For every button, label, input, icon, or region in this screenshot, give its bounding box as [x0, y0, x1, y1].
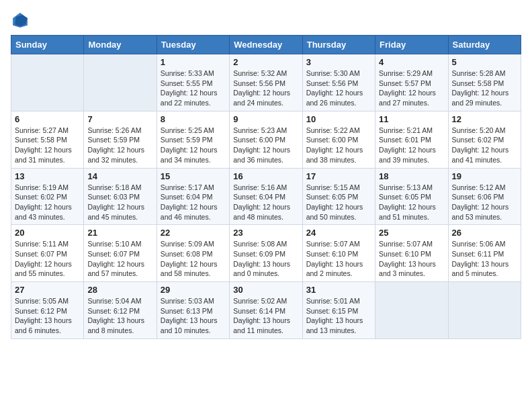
- day-number: 23: [233, 228, 298, 238]
- day-info: Sunrise: 5:27 AM Sunset: 5:58 PM Dayligh…: [15, 126, 80, 165]
- day-info: Sunrise: 5:04 AM Sunset: 6:12 PM Dayligh…: [87, 296, 152, 336]
- calendar-cell: [84, 54, 157, 111]
- day-number: 30: [233, 285, 298, 295]
- day-number: 7: [87, 114, 152, 124]
- calendar-table: SundayMondayTuesdayWednesdayThursdayFrid…: [11, 35, 521, 339]
- day-info: Sunrise: 5:10 AM Sunset: 6:07 PM Dayligh…: [87, 239, 152, 279]
- day-info: Sunrise: 5:32 AM Sunset: 5:56 PM Dayligh…: [233, 68, 298, 108]
- calendar-cell: 31Sunrise: 5:01 AM Sunset: 6:15 PM Dayli…: [302, 282, 375, 339]
- day-number: 19: [452, 171, 517, 181]
- day-info: Sunrise: 5:23 AM Sunset: 6:00 PM Dayligh…: [233, 126, 298, 165]
- day-info: Sunrise: 5:12 AM Sunset: 6:06 PM Dayligh…: [452, 183, 517, 222]
- calendar-cell: 7Sunrise: 5:26 AM Sunset: 5:59 PM Daylig…: [84, 111, 157, 168]
- calendar-cell: [375, 282, 448, 339]
- day-number: 5: [452, 57, 517, 67]
- calendar-cell: 23Sunrise: 5:08 AM Sunset: 6:09 PM Dayli…: [230, 225, 302, 282]
- day-number: 13: [15, 171, 80, 181]
- day-info: Sunrise: 5:30 AM Sunset: 5:56 PM Dayligh…: [306, 68, 371, 108]
- day-number: 24: [306, 228, 371, 238]
- calendar-cell: 19Sunrise: 5:12 AM Sunset: 6:06 PM Dayli…: [448, 168, 521, 225]
- weekday-header-tuesday: Tuesday: [157, 36, 229, 54]
- day-number: 17: [306, 171, 371, 181]
- calendar-cell: 12Sunrise: 5:20 AM Sunset: 6:02 PM Dayli…: [448, 111, 521, 168]
- day-info: Sunrise: 5:02 AM Sunset: 6:14 PM Dayligh…: [233, 296, 298, 336]
- calendar-cell: 18Sunrise: 5:13 AM Sunset: 6:05 PM Dayli…: [375, 168, 448, 225]
- calendar-cell: 2Sunrise: 5:32 AM Sunset: 5:56 PM Daylig…: [230, 54, 302, 111]
- calendar-cell: 8Sunrise: 5:25 AM Sunset: 5:59 PM Daylig…: [157, 111, 229, 168]
- day-number: 15: [161, 171, 226, 181]
- calendar-cell: 25Sunrise: 5:07 AM Sunset: 6:10 PM Dayli…: [375, 225, 448, 282]
- calendar-cell: 15Sunrise: 5:17 AM Sunset: 6:04 PM Dayli…: [157, 168, 229, 225]
- calendar-cell: 13Sunrise: 5:19 AM Sunset: 6:02 PM Dayli…: [11, 168, 84, 225]
- day-info: Sunrise: 5:33 AM Sunset: 5:55 PM Dayligh…: [161, 68, 226, 108]
- day-number: 28: [87, 285, 152, 295]
- day-number: 26: [452, 228, 517, 238]
- day-info: Sunrise: 5:09 AM Sunset: 6:08 PM Dayligh…: [161, 239, 226, 279]
- logo: [11, 11, 32, 30]
- day-number: 21: [87, 228, 152, 238]
- day-number: 1: [161, 57, 226, 67]
- calendar-cell: 30Sunrise: 5:02 AM Sunset: 6:14 PM Dayli…: [230, 282, 302, 339]
- day-number: 2: [233, 57, 298, 67]
- day-info: Sunrise: 5:07 AM Sunset: 6:10 PM Dayligh…: [306, 239, 371, 279]
- page-header: [11, 11, 521, 30]
- day-number: 20: [15, 228, 80, 238]
- weekday-header-friday: Friday: [375, 36, 448, 54]
- day-info: Sunrise: 5:21 AM Sunset: 6:01 PM Dayligh…: [379, 126, 444, 165]
- calendar-cell: 3Sunrise: 5:30 AM Sunset: 5:56 PM Daylig…: [302, 54, 375, 111]
- logo-icon: [11, 11, 30, 30]
- calendar-cell: 16Sunrise: 5:16 AM Sunset: 6:04 PM Dayli…: [230, 168, 302, 225]
- day-info: Sunrise: 5:26 AM Sunset: 5:59 PM Dayligh…: [87, 126, 152, 165]
- calendar-cell: 4Sunrise: 5:29 AM Sunset: 5:57 PM Daylig…: [375, 54, 448, 111]
- day-info: Sunrise: 5:15 AM Sunset: 6:05 PM Dayligh…: [306, 183, 371, 222]
- day-info: Sunrise: 5:01 AM Sunset: 6:15 PM Dayligh…: [306, 296, 371, 336]
- day-info: Sunrise: 5:05 AM Sunset: 6:12 PM Dayligh…: [15, 296, 80, 336]
- day-info: Sunrise: 5:11 AM Sunset: 6:07 PM Dayligh…: [15, 239, 80, 279]
- calendar-cell: 11Sunrise: 5:21 AM Sunset: 6:01 PM Dayli…: [375, 111, 448, 168]
- day-info: Sunrise: 5:03 AM Sunset: 6:13 PM Dayligh…: [161, 296, 226, 336]
- day-number: 18: [379, 171, 444, 181]
- day-info: Sunrise: 5:16 AM Sunset: 6:04 PM Dayligh…: [233, 183, 298, 222]
- day-number: 8: [161, 114, 226, 124]
- day-number: 27: [15, 285, 80, 295]
- calendar-cell: 17Sunrise: 5:15 AM Sunset: 6:05 PM Dayli…: [302, 168, 375, 225]
- weekday-header-thursday: Thursday: [302, 36, 375, 54]
- calendar-cell: 27Sunrise: 5:05 AM Sunset: 6:12 PM Dayli…: [11, 282, 84, 339]
- day-info: Sunrise: 5:20 AM Sunset: 6:02 PM Dayligh…: [452, 126, 517, 165]
- day-number: 10: [306, 114, 371, 124]
- weekday-header-wednesday: Wednesday: [230, 36, 302, 54]
- calendar-cell: 20Sunrise: 5:11 AM Sunset: 6:07 PM Dayli…: [11, 225, 84, 282]
- day-info: Sunrise: 5:18 AM Sunset: 6:03 PM Dayligh…: [87, 183, 152, 222]
- calendar-cell: [11, 54, 84, 111]
- day-info: Sunrise: 5:25 AM Sunset: 5:59 PM Dayligh…: [161, 126, 226, 165]
- day-number: 16: [233, 171, 298, 181]
- calendar-cell: 14Sunrise: 5:18 AM Sunset: 6:03 PM Dayli…: [84, 168, 157, 225]
- calendar-cell: 5Sunrise: 5:28 AM Sunset: 5:58 PM Daylig…: [448, 54, 521, 111]
- calendar-cell: 22Sunrise: 5:09 AM Sunset: 6:08 PM Dayli…: [157, 225, 229, 282]
- day-info: Sunrise: 5:13 AM Sunset: 6:05 PM Dayligh…: [379, 183, 444, 222]
- weekday-header-monday: Monday: [84, 36, 157, 54]
- calendar-cell: 28Sunrise: 5:04 AM Sunset: 6:12 PM Dayli…: [84, 282, 157, 339]
- day-info: Sunrise: 5:19 AM Sunset: 6:02 PM Dayligh…: [15, 183, 80, 222]
- calendar-cell: 6Sunrise: 5:27 AM Sunset: 5:58 PM Daylig…: [11, 111, 84, 168]
- day-number: 25: [379, 228, 444, 238]
- day-info: Sunrise: 5:28 AM Sunset: 5:58 PM Dayligh…: [452, 68, 517, 108]
- calendar-cell: 21Sunrise: 5:10 AM Sunset: 6:07 PM Dayli…: [84, 225, 157, 282]
- calendar-cell: 9Sunrise: 5:23 AM Sunset: 6:00 PM Daylig…: [230, 111, 302, 168]
- day-number: 4: [379, 57, 444, 67]
- day-number: 14: [87, 171, 152, 181]
- calendar-cell: 26Sunrise: 5:06 AM Sunset: 6:11 PM Dayli…: [448, 225, 521, 282]
- day-number: 6: [15, 114, 80, 124]
- day-info: Sunrise: 5:17 AM Sunset: 6:04 PM Dayligh…: [161, 183, 226, 222]
- day-number: 31: [306, 285, 371, 295]
- day-info: Sunrise: 5:08 AM Sunset: 6:09 PM Dayligh…: [233, 239, 298, 279]
- calendar-cell: 10Sunrise: 5:22 AM Sunset: 6:00 PM Dayli…: [302, 111, 375, 168]
- calendar-cell: 1Sunrise: 5:33 AM Sunset: 5:55 PM Daylig…: [157, 54, 229, 111]
- day-info: Sunrise: 5:22 AM Sunset: 6:00 PM Dayligh…: [306, 126, 371, 165]
- day-info: Sunrise: 5:29 AM Sunset: 5:57 PM Dayligh…: [379, 68, 444, 108]
- day-number: 12: [452, 114, 517, 124]
- weekday-header-saturday: Saturday: [448, 36, 521, 54]
- day-number: 9: [233, 114, 298, 124]
- calendar-cell: [448, 282, 521, 339]
- day-number: 11: [379, 114, 444, 124]
